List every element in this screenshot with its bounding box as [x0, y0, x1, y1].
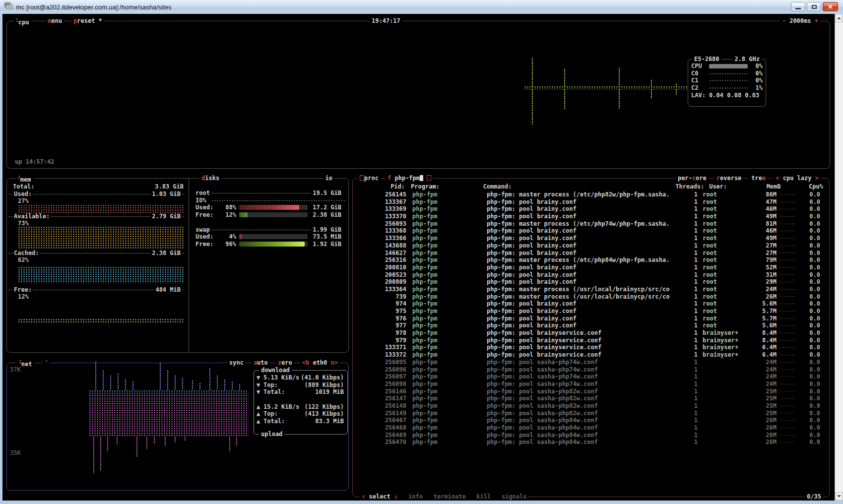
proc-command: php-fpm: pool brainy.conf [487, 264, 685, 271]
proc-threads: 1 [685, 271, 698, 279]
table-row[interactable]: 256148 php-fpm php-fpm: pool sasha-php82… [353, 402, 829, 410]
proc-threads: 1 [685, 439, 698, 446]
table-row[interactable]: 256093 php-fpm php-fpm: master process (… [353, 220, 829, 228]
proc-mem-graph [779, 405, 795, 407]
minimize-button[interactable] [791, 2, 805, 11]
proc-user: root [698, 256, 750, 264]
proc-program: php-fpm [406, 351, 487, 359]
reverse-button[interactable]: reverse [714, 175, 744, 182]
table-row[interactable]: 256097 php-fpm php-fpm: pool sasha-php74… [353, 373, 829, 380]
per-core-button[interactable]: per-core [676, 175, 709, 182]
table-row[interactable]: 256095 php-fpm php-fpm: pool sasha-php74… [353, 359, 829, 366]
mem-free-row: Free:484 MiB [7, 286, 186, 294]
maximize-button[interactable] [807, 2, 821, 11]
table-row[interactable]: 133369 php-fpm php-fpm: pool brainy.conf… [353, 205, 829, 213]
disks-io-toggle[interactable]: io [324, 175, 334, 182]
table-row[interactable]: 133364 php-fpm php-fpm: master process (… [353, 286, 829, 293]
table-row[interactable]: 256096 php-fpm php-fpm: pool sasha-php74… [353, 366, 829, 374]
preset-button[interactable]: preset * [71, 17, 104, 25]
table-row[interactable]: 200523 php-fpm php-fpm: pool brainy.conf… [353, 271, 829, 279]
cpu-panel-title[interactable]: 1cpu [14, 17, 31, 26]
table-row[interactable]: 256147 php-fpm php-fpm: pool sasha-php82… [353, 395, 829, 402]
net-sync-button[interactable]: sync [227, 359, 246, 366]
proc-filter-input[interactable]: f php-fpm [386, 175, 433, 182]
upload-title: upload [259, 431, 284, 438]
proc-command: php-fpm: pool brainy.conf [487, 278, 685, 286]
table-row[interactable]: 133366 php-fpm php-fpm: pool brainy.conf… [353, 235, 829, 242]
table-row[interactable]: 256468 php-fpm php-fpm: pool sasha-php84… [353, 424, 829, 432]
proc-command: php-fpm: master process (/etc/php84w/php… [487, 256, 685, 264]
interval-minus-button[interactable]: - [782, 17, 786, 24]
table-row[interactable]: 133370 php-fpm php-fpm: pool brainy.conf… [353, 213, 829, 220]
core-graph [709, 87, 748, 89]
table-row[interactable]: 977 php-fpm php-fpm: pool brainy.conf 1 … [353, 322, 829, 329]
net-panel: 3net ' syncautozero<b eth0 n> 37K 35K do… [6, 363, 349, 491]
table-row[interactable]: 256149 php-fpm php-fpm: pool sasha-php82… [353, 410, 829, 417]
proc-cpu: 0.0 [798, 227, 820, 235]
table-row[interactable]: 975 php-fpm php-fpm: pool brainy.conf 1 … [353, 308, 829, 315]
table-row[interactable]: 146627 php-fpm php-fpm: pool brainy.conf… [353, 250, 829, 257]
proc-pid: 978 [359, 329, 406, 337]
swap-free-meter [239, 242, 308, 247]
proc-user: root [698, 242, 750, 250]
proc-pid: 256098 [359, 380, 406, 388]
kill-button[interactable]: kill [476, 493, 491, 500]
select-down-icon[interactable]: ↓ [394, 493, 397, 500]
select-up-icon[interactable]: ↑ [362, 493, 365, 500]
terminate-button[interactable]: terminate [434, 493, 466, 500]
net-interface-selector[interactable]: <b eth0 n> [300, 359, 340, 366]
proc-mem-graph [779, 237, 795, 240]
net-zero-button[interactable]: zero [276, 359, 294, 366]
table-row[interactable]: 739 php-fpm php-fpm: master process (/us… [353, 293, 829, 301]
mem-panel-title[interactable]: 2mem [16, 175, 33, 184]
window-titlebar[interactable]: mc [root@a202.itdeveloper.com.ua]:/home/… [0, 0, 843, 14]
table-row[interactable]: 143688 php-fpm php-fpm: pool brainy.conf… [353, 242, 829, 250]
table-row[interactable]: 133368 php-fpm php-fpm: pool brainy.conf… [353, 227, 829, 235]
proc-program: php-fpm [406, 271, 487, 279]
table-row[interactable]: 256316 php-fpm php-fpm: master process (… [353, 256, 829, 264]
table-row[interactable]: 133372 php-fpm php-fpm: pool brainyservi… [353, 351, 829, 359]
proc-cpu: 0.0 [798, 366, 820, 374]
table-row[interactable]: 256470 php-fpm php-fpm: pool sasha-php84… [353, 439, 829, 446]
proc-table-header[interactable]: Pid: Program: Command: Threads: User: Me… [353, 183, 829, 190]
table-row[interactable]: 978 php-fpm php-fpm: pool brainyservice.… [353, 329, 829, 337]
net-download-band [89, 390, 249, 398]
table-row[interactable]: 256469 php-fpm php-fpm: pool sasha-php84… [353, 432, 829, 439]
upload-speed-row: ▲ 15.2 KiB/s(122 Kibps) [257, 403, 344, 411]
table-row[interactable]: 200810 php-fpm php-fpm: pool brainy.conf… [353, 264, 829, 271]
interval-plus-button[interactable]: + [815, 17, 818, 24]
net-graph-button[interactable]: ' [43, 359, 50, 367]
table-row[interactable]: 133367 php-fpm php-fpm: pool brainy.conf… [353, 198, 829, 206]
table-row[interactable]: 256098 php-fpm php-fpm: pool sasha-php74… [353, 380, 829, 388]
table-row[interactable]: 974 php-fpm php-fpm: pool brainy.conf 1 … [353, 300, 829, 308]
tree-button[interactable]: tree [749, 175, 768, 182]
sort-column-selector[interactable]: < cpu lazy > [774, 175, 821, 182]
table-row[interactable]: 200809 php-fpm php-fpm: pool brainy.conf… [353, 278, 829, 286]
proc-program: php-fpm [406, 227, 487, 235]
table-row[interactable]: 256467 php-fpm php-fpm: pool sasha-php84… [353, 417, 829, 424]
signals-button[interactable]: signals [502, 493, 527, 500]
table-row[interactable]: 256145 php-fpm php-fpm: master process (… [353, 191, 829, 198]
proc-user: root [698, 198, 750, 206]
table-row[interactable]: 256146 php-fpm php-fpm: pool sasha-php82… [353, 388, 829, 395]
table-row[interactable]: 979 php-fpm php-fpm: pool brainyservice.… [353, 337, 829, 344]
proc-user: root [698, 191, 750, 198]
disks-panel-title[interactable]: disks [199, 175, 221, 182]
table-row[interactable]: 133371 php-fpm php-fpm: pool brainyservi… [353, 344, 829, 351]
menu-button[interactable]: menu [46, 17, 64, 25]
proc-program: php-fpm [406, 220, 487, 228]
update-interval-control[interactable]: - 2000ms + [780, 17, 821, 25]
net-auto-button[interactable]: auto [252, 359, 270, 366]
close-button[interactable]: ✕ [823, 2, 838, 11]
scroll-down-button[interactable] [835, 492, 843, 501]
scroll-up-button[interactable] [835, 14, 843, 22]
terminal-scrollbar[interactable] [835, 14, 843, 501]
proc-mem-graph [779, 245, 795, 247]
text-cursor [420, 175, 423, 181]
table-row[interactable]: 976 php-fpm php-fpm: pool brainy.conf 1 … [353, 315, 829, 322]
disk-used-meter [239, 205, 308, 210]
info-button[interactable]: info [408, 493, 423, 500]
proc-cpu: 0.0 [798, 432, 820, 439]
filter-clear-icon[interactable] [427, 175, 431, 181]
proc-threads: 1 [685, 388, 698, 395]
